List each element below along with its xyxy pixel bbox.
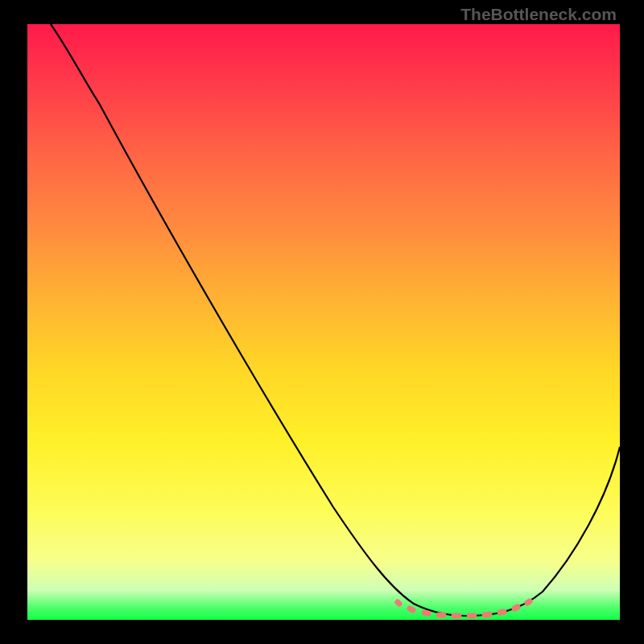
svg-line-2 <box>424 613 428 613</box>
plot-area <box>27 24 620 620</box>
svg-line-8 <box>514 607 518 609</box>
optimal-flat-region-marker <box>398 601 530 616</box>
svg-line-7 <box>500 612 504 613</box>
watermark-text: TheBottleneck.com <box>460 5 617 24</box>
bottleneck-curve-line <box>51 24 620 616</box>
chart-container: TheBottleneck.com <box>0 0 644 644</box>
svg-line-0 <box>398 602 399 604</box>
svg-line-1 <box>410 609 413 610</box>
chart-svg <box>27 24 620 620</box>
svg-line-6 <box>485 614 489 615</box>
svg-line-9 <box>527 601 530 603</box>
